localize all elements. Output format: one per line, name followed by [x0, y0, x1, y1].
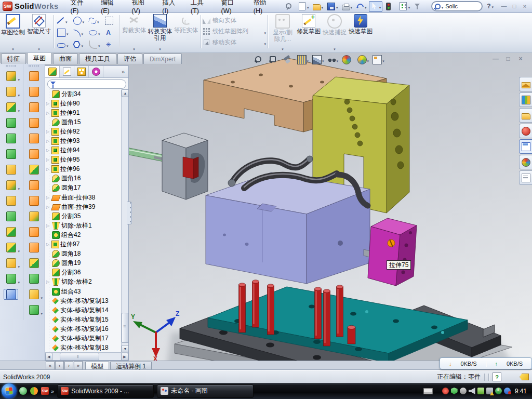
security-suite-shortcut[interactable] — [30, 387, 38, 395]
menu-item[interactable]: 帮助(H) — [248, 0, 279, 12]
tree-item[interactable]: 拉伸94 — [45, 146, 122, 155]
view-palette-tab[interactable] — [519, 139, 532, 154]
tree-item[interactable]: 分割36 — [45, 268, 122, 277]
quick-launch-overflow[interactable]: » — [51, 388, 54, 394]
draft[interactable] — [4, 149, 18, 159]
rectangle-tool[interactable] — [56, 27, 70, 38]
move-copy-body[interactable] — [4, 242, 18, 253]
options[interactable] — [397, 1, 412, 12]
filter-input[interactable] — [58, 81, 123, 88]
tab-nav-button[interactable]: « — [46, 361, 55, 370]
pin[interactable] — [282, 1, 296, 12]
tree-item[interactable]: 拉伸90 — [45, 99, 122, 108]
solidworks-shortcut[interactable]: SW — [41, 387, 49, 395]
knit-surface[interactable] — [26, 195, 41, 206]
start-button[interactable] — [2, 383, 17, 398]
print[interactable] — [340, 1, 354, 12]
minimize-button[interactable]: — — [499, 2, 509, 10]
rib[interactable] — [4, 195, 18, 206]
command-tab[interactable]: 模具工具 — [79, 54, 116, 64]
tree-item[interactable]: 实体-移动/复制14 — [45, 305, 122, 315]
ellipse-tool[interactable] — [87, 27, 102, 38]
line-tool[interactable] — [56, 15, 70, 26]
tree-item[interactable]: 实体-移动/复制13 — [45, 296, 122, 305]
selection-filter[interactable] — [412, 1, 426, 12]
tree-item[interactable]: 曲面-拉伸38 — [45, 193, 122, 202]
tree-item[interactable]: 圆角18 — [45, 249, 122, 259]
section-view[interactable] — [283, 55, 294, 64]
tree-item[interactable]: 分割35 — [45, 211, 122, 221]
file-explorer-tab[interactable] — [519, 108, 532, 123]
apply-scene[interactable] — [357, 55, 369, 64]
zoom-fit[interactable] — [254, 55, 265, 64]
menu-item[interactable]: 视图(V) — [126, 0, 156, 12]
tree-item[interactable]: 拉伸95 — [45, 155, 122, 165]
point-tool[interactable]: ✳ — [103, 39, 118, 50]
expand-icon[interactable] — [46, 148, 52, 153]
scroll-left-button[interactable]: ◀ — [45, 353, 52, 361]
fillet-surface[interactable] — [26, 258, 41, 269]
extruded-boss-base[interactable] — [4, 71, 18, 82]
offset-entities-button[interactable]: 等距实体 — [173, 12, 199, 52]
curve-tool[interactable] — [26, 304, 41, 315]
shell[interactable] — [4, 133, 18, 144]
tree-item[interactable]: 拉伸96 — [45, 165, 122, 174]
command-tab[interactable]: DimXpert — [143, 54, 182, 64]
update-service[interactable] — [460, 388, 467, 394]
save[interactable] — [325, 1, 340, 12]
tree-item[interactable]: 拉伸93 — [45, 136, 122, 145]
expand-icon[interactable] — [46, 111, 52, 115]
tree-item[interactable]: 圆角19 — [45, 259, 122, 268]
helix-curve[interactable] — [4, 273, 18, 284]
design-library-tab[interactable] — [519, 92, 532, 107]
zoom-area[interactable] — [269, 55, 280, 64]
doc-restore-button[interactable]: □ — [504, 55, 512, 62]
solidworks-resources-tab[interactable] — [519, 77, 532, 91]
command-tab[interactable]: 草图 — [27, 52, 52, 64]
tag-icon[interactable] — [520, 374, 529, 380]
command-tab[interactable]: 特征 — [1, 54, 26, 64]
network-warning[interactable] — [486, 388, 493, 394]
expand-icon[interactable] — [46, 129, 52, 134]
linear-sketch-pattern-button[interactable]: 线性草图阵列 — [203, 27, 266, 36]
view-orientation[interactable] — [297, 55, 309, 64]
tree-item[interactable]: 圆角16 — [45, 174, 122, 183]
swept-surface[interactable] — [26, 102, 41, 113]
tree-horizontal-scrollbar[interactable]: ◀ ▶ — [45, 352, 128, 360]
repair-sketch-button[interactable]: 修复草图 — [296, 12, 322, 52]
select[interactable] — [369, 1, 383, 12]
sketch-button[interactable]: 草图绘制 — [0, 12, 26, 52]
edit-appearance[interactable] — [342, 55, 354, 64]
arc-tool[interactable] — [72, 27, 86, 38]
task-button[interactable]: SW SolidWorks 2009 - ... — [57, 384, 154, 398]
open[interactable] — [311, 1, 325, 12]
command-tab[interactable]: 曲面 — [53, 54, 78, 64]
spline-tool[interactable] — [87, 15, 102, 26]
command-tab[interactable]: 评估 — [117, 54, 142, 64]
appearances-scenes-tab[interactable] — [519, 155, 532, 169]
trim-surface[interactable] — [26, 211, 41, 222]
expand-icon[interactable] — [46, 223, 52, 228]
filled-surface[interactable] — [26, 164, 41, 175]
antivirus-shield[interactable] — [442, 388, 449, 394]
instant3d[interactable] — [4, 289, 18, 300]
rebuild-traffic-light[interactable] — [383, 1, 396, 12]
menu-item[interactable]: 文件(F) — [65, 0, 96, 12]
quick-snaps-button[interactable]: 快速捕捉 — [322, 12, 348, 52]
offset-surface[interactable] — [26, 180, 41, 191]
tree-item[interactable]: 实体-移动/复制16 — [45, 324, 122, 334]
mirror-entities-button[interactable]: 镜向实体 — [203, 16, 266, 25]
thicken[interactable] — [26, 289, 41, 300]
net-speed-monitor[interactable]: ↓ 0KB/S ↑ 0KB/S — [440, 357, 532, 369]
hide-show-items[interactable] — [328, 55, 339, 64]
tree-item[interactable]: 拉伸97 — [45, 240, 122, 249]
scroll-down-button[interactable]: ▼ — [122, 345, 129, 353]
tree-item[interactable]: 切除-放样2 — [45, 277, 122, 287]
search-box[interactable] — [431, 1, 483, 11]
model-tab[interactable]: 模型 — [85, 362, 109, 370]
scroll-up-button[interactable]: ▲ — [122, 89, 129, 97]
panel-overflow-button[interactable]: » — [118, 66, 128, 77]
scrollbar-thumb[interactable] — [122, 313, 129, 343]
expand-icon[interactable] — [46, 157, 52, 162]
doc-minimize-button[interactable]: — — [491, 55, 500, 62]
